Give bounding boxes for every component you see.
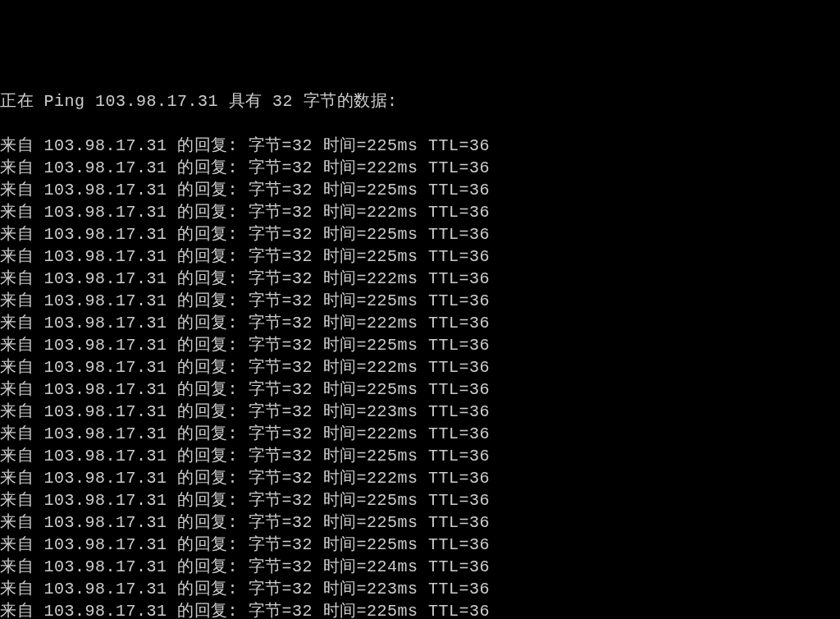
ping-reply-line: 来自 103.98.17.31 的回复: 字节=32 时间=222ms TTL=… <box>0 312 840 334</box>
ping-reply-line: 来自 103.98.17.31 的回复: 字节=32 时间=222ms TTL=… <box>0 356 840 378</box>
ping-replies: 来自 103.98.17.31 的回复: 字节=32 时间=225ms TTL=… <box>0 135 840 619</box>
ping-target-ip: 103.98.17.31 <box>95 92 218 111</box>
ping-header: 正在 Ping 103.98.17.31 具有 32 字节的数据: <box>0 90 840 112</box>
ping-bytes: 32 <box>272 92 293 111</box>
ping-reply-line: 来自 103.98.17.31 的回复: 字节=32 时间=225ms TTL=… <box>0 600 840 619</box>
ping-reply-line: 来自 103.98.17.31 的回复: 字节=32 时间=225ms TTL=… <box>0 511 840 534</box>
ping-reply-line: 来自 103.98.17.31 的回复: 字节=32 时间=222ms TTL=… <box>0 467 840 489</box>
ping-reply-line: 来自 103.98.17.31 的回复: 字节=32 时间=223ms TTL=… <box>0 578 840 600</box>
ping-reply-line: 来自 103.98.17.31 的回复: 字节=32 时间=225ms TTL=… <box>0 445 840 467</box>
ping-reply-line: 来自 103.98.17.31 的回复: 字节=32 时间=225ms TTL=… <box>0 534 840 556</box>
ping-reply-line: 来自 103.98.17.31 的回复: 字节=32 时间=225ms TTL=… <box>0 378 840 401</box>
ping-reply-line: 来自 103.98.17.31 的回复: 字节=32 时间=222ms TTL=… <box>0 157 840 179</box>
ping-reply-line: 来自 103.98.17.31 的回复: 字节=32 时间=225ms TTL=… <box>0 334 840 356</box>
ping-reply-line: 来自 103.98.17.31 的回复: 字节=32 时间=222ms TTL=… <box>0 201 840 223</box>
ping-reply-line: 来自 103.98.17.31 的回复: 字节=32 时间=225ms TTL=… <box>0 245 840 268</box>
ping-reply-line: 来自 103.98.17.31 的回复: 字节=32 时间=225ms TTL=… <box>0 489 840 511</box>
ping-reply-line: 来自 103.98.17.31 的回复: 字节=32 时间=225ms TTL=… <box>0 290 840 312</box>
ping-reply-line: 来自 103.98.17.31 的回复: 字节=32 时间=225ms TTL=… <box>0 179 840 201</box>
ping-reply-line: 来自 103.98.17.31 的回复: 字节=32 时间=222ms TTL=… <box>0 268 840 290</box>
ping-reply-line: 来自 103.98.17.31 的回复: 字节=32 时间=224ms TTL=… <box>0 556 840 578</box>
ping-reply-line: 来自 103.98.17.31 的回复: 字节=32 时间=225ms TTL=… <box>0 223 840 245</box>
ping-reply-line: 来自 103.98.17.31 的回复: 字节=32 时间=225ms TTL=… <box>0 135 840 157</box>
ping-reply-line: 来自 103.98.17.31 的回复: 字节=32 时间=223ms TTL=… <box>0 401 840 423</box>
ping-reply-line: 来自 103.98.17.31 的回复: 字节=32 时间=222ms TTL=… <box>0 423 840 445</box>
